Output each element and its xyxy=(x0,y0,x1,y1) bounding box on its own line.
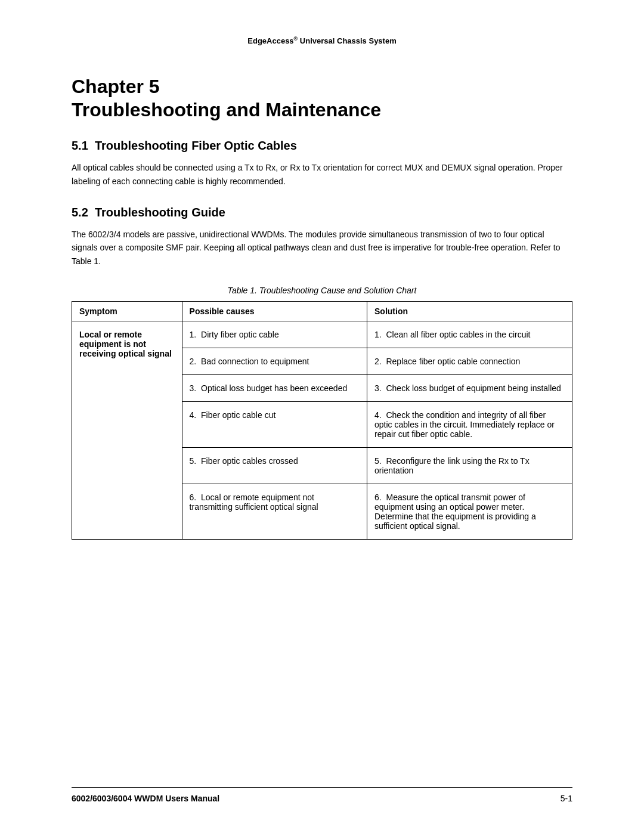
page-header: EdgeAccess® Universal Chassis System xyxy=(72,36,572,51)
cause-number: 5. xyxy=(190,456,197,466)
solution-text: Measure the optical transmit power of eq… xyxy=(374,493,536,531)
solution-text: Clean all fiber optic cables in the circ… xyxy=(386,330,530,339)
solution-cell: 2. Replace fiber optic cable connection xyxy=(367,348,572,375)
solution-number: 2. xyxy=(374,357,382,366)
cause-cell: 6. Local or remote equipment not transmi… xyxy=(182,484,367,540)
cause-text: Optical loss budget has been exceeded xyxy=(201,383,347,393)
solution-cell: 6. Measure the optical transmit power of… xyxy=(367,484,572,540)
troubleshooting-table: Symptom Possible causes Solution Local o… xyxy=(72,301,572,540)
solution-number: 6. xyxy=(374,493,382,502)
section1-body: All optical cables should be connected u… xyxy=(72,161,572,188)
section2-body: The 6002/3/4 models are passive, unidire… xyxy=(72,228,572,268)
solution-text: Check the condition and integrity of all… xyxy=(374,410,555,439)
cause-cell: 5. Fiber optic cables crossed xyxy=(182,448,367,484)
footer-page: 5-1 xyxy=(561,794,572,803)
cause-number: 4. xyxy=(190,410,197,420)
solution-cell: 5. Reconfigure the link using the Rx to … xyxy=(367,448,572,484)
solution-text: Check loss budget of equipment being ins… xyxy=(386,383,561,393)
header-text: EdgeAccess® Universal Chassis System xyxy=(247,36,396,45)
table-caption: Table 1. Troubleshooting Cause and Solut… xyxy=(72,286,572,295)
solution-cell: 4. Check the condition and integrity of … xyxy=(367,402,572,448)
cause-text: Bad connection to equipment xyxy=(201,357,309,366)
section1-title: 5.1 Troubleshooting Fiber Optic Cables xyxy=(72,139,572,153)
footer-manual: 6002/6003/6004 WWDM Users Manual xyxy=(72,794,219,803)
cause-number: 3. xyxy=(190,383,197,393)
symptom-cell: Local or remote equipment is not receivi… xyxy=(72,321,182,540)
chapter-number: Chapter 5 xyxy=(72,75,572,98)
chapter-heading: Troubleshooting and Maintenance xyxy=(72,98,572,121)
cause-cell: 1. Dirty fiber optic cable xyxy=(182,321,367,348)
cause-number: 2. xyxy=(190,357,197,366)
solution-number: 1. xyxy=(374,330,382,339)
col-header-symptom: Symptom xyxy=(72,302,182,321)
cause-number: 1. xyxy=(190,330,197,339)
solution-text: Reconfigure the link using the Rx to Tx … xyxy=(374,456,530,475)
cause-number: 6. xyxy=(190,493,197,502)
solution-number: 3. xyxy=(374,383,382,393)
solution-cell: 3. Check loss budget of equipment being … xyxy=(367,375,572,402)
col-header-causes: Possible causes xyxy=(182,302,367,321)
solution-number: 5. xyxy=(374,456,382,466)
page-footer: 6002/6003/6004 WWDM Users Manual 5-1 xyxy=(72,787,572,803)
cause-cell: 4. Fiber optic cable cut xyxy=(182,402,367,448)
table-row: Local or remote equipment is not receivi… xyxy=(72,321,572,348)
cause-text: Fiber optic cable cut xyxy=(201,410,275,420)
chapter-title: Chapter 5 Troubleshooting and Maintenanc… xyxy=(72,75,572,121)
section2-title: 5.2 Troubleshooting Guide xyxy=(72,206,572,219)
solution-text: Replace fiber optic cable connection xyxy=(386,357,520,366)
solution-number: 4. xyxy=(374,410,382,420)
cause-text: Local or remote equipment not transmitti… xyxy=(190,493,318,512)
col-header-solution: Solution xyxy=(367,302,572,321)
cause-cell: 2. Bad connection to equipment xyxy=(182,348,367,375)
cause-cell: 3. Optical loss budget has been exceeded xyxy=(182,375,367,402)
cause-text: Fiber optic cables crossed xyxy=(201,456,298,466)
solution-cell: 1. Clean all fiber optic cables in the c… xyxy=(367,321,572,348)
page: EdgeAccess® Universal Chassis System Cha… xyxy=(0,0,644,833)
cause-text: Dirty fiber optic cable xyxy=(201,330,279,339)
